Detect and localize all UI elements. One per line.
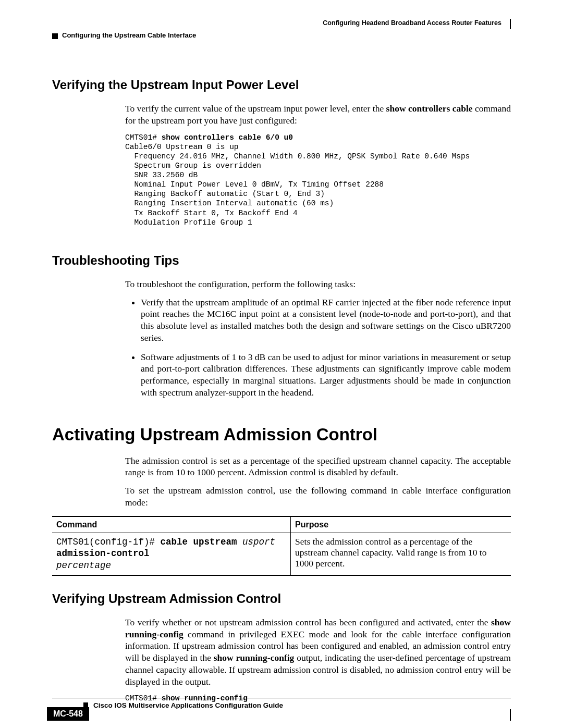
- square-bullet-icon: [52, 33, 58, 39]
- purpose-cell: Sets the admission control as a percenta…: [291, 533, 511, 575]
- table-header-row: Command Purpose: [52, 516, 511, 533]
- body-text: To verify the current value of the upstr…: [125, 103, 511, 127]
- header-left: Configuring the Upstream Cable Interface: [52, 31, 511, 41]
- header-right: Configuring Headend Broadband Access Rou…: [52, 19, 511, 29]
- footer-doc-title: Cisco IOS Multiservice Applications Conf…: [93, 701, 283, 709]
- table-row: CMTS01(config-if)# cable upstream usport…: [52, 533, 511, 575]
- list-item: Software adjustments of 1 to 3 dB can be…: [141, 351, 511, 399]
- body-text: To troubleshoot the configuration, perfo…: [125, 278, 511, 290]
- table-header-purpose: Purpose: [291, 516, 511, 533]
- footer-rule-end: [510, 709, 511, 721]
- body-text: The admission control is set as a percen…: [125, 455, 511, 479]
- heading-verify-input-power: Verifying the Upstream Input Power Level: [52, 78, 511, 92]
- page-number: MC-548: [47, 707, 89, 721]
- body-text: To set the upstream admission control, u…: [125, 485, 511, 509]
- code-output: CMTS01# show controllers cable 6/0 u0 Ca…: [125, 133, 511, 227]
- table-header-command: Command: [52, 516, 291, 533]
- command-cell: CMTS01(config-if)# cable upstream usport…: [52, 533, 291, 575]
- heading-verify-admission: Verifying Upstream Admission Control: [52, 591, 511, 606]
- heading-activating-admission: Activating Upstream Admission Control: [52, 425, 511, 445]
- square-bullet-icon: [83, 702, 88, 707]
- list-item: Verify that the upstream amplitude of an…: [141, 297, 511, 344]
- heading-troubleshooting: Troubleshooting Tips: [52, 253, 511, 268]
- bullet-list: Verify that the upstream amplitude of an…: [125, 297, 511, 399]
- command-table: Command Purpose CMTS01(config-if)# cable…: [52, 516, 511, 576]
- body-text: To verify whether or not upstream admiss…: [125, 616, 511, 688]
